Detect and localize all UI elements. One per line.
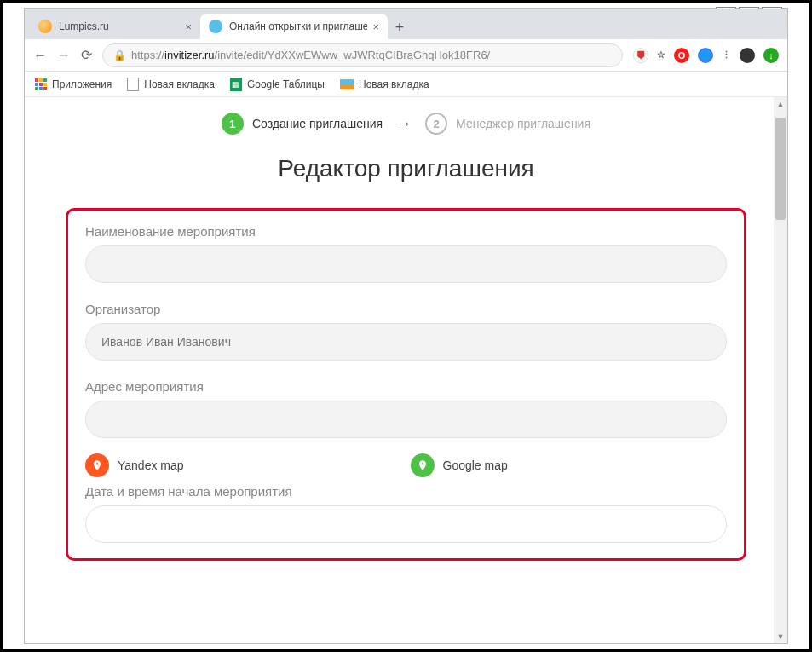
step-1-label: Создание приглашения	[252, 117, 383, 130]
page-content: 1 Создание приглашения → 2 Менеджер приг…	[25, 97, 787, 643]
download-icon[interactable]: ↓	[763, 48, 779, 63]
progress-steps: 1 Создание приглашения → 2 Менеджер приг…	[25, 97, 787, 140]
bookmark-item[interactable]: Новая вкладка	[340, 78, 429, 90]
address-input[interactable]	[85, 401, 727, 438]
menu-icon[interactable]: ⋮	[722, 48, 731, 63]
step-2-label: Менеджер приглашения	[456, 117, 590, 130]
yandex-map-link[interactable]: Yandex map	[85, 453, 402, 477]
adblock-icon[interactable]: ⛊	[633, 48, 648, 63]
tab-title: Lumpics.ru	[59, 20, 180, 32]
reload-button[interactable]: ⟳	[81, 47, 92, 63]
url-host: invitizer.ru	[164, 49, 215, 61]
invitation-form: Наименование мероприятия Организатор Адр…	[66, 208, 746, 561]
tab-strip: Lumpics.ru × Онлайн открытки и приглашен…	[25, 9, 787, 39]
scroll-down-arrow-icon[interactable]: ▼	[774, 630, 787, 643]
event-name-label: Наименование мероприятия	[85, 224, 727, 239]
scroll-up-arrow-icon[interactable]: ▲	[774, 97, 787, 111]
address-bar[interactable]: 🔒 https://invitizer.ru/invite/edit/YdXXw…	[102, 43, 623, 67]
tab-lumpics[interactable]: Lumpics.ru ×	[30, 14, 200, 39]
back-button[interactable]: ←	[33, 48, 47, 63]
pin-icon	[411, 453, 435, 477]
arrow-right-icon: →	[396, 115, 412, 133]
scrollbar-thumb[interactable]	[775, 118, 786, 220]
favicon-icon	[38, 20, 52, 33]
bookmark-label: Новая вкладка	[144, 78, 215, 90]
google-map-label: Google map	[443, 459, 508, 472]
apps-icon	[35, 78, 47, 90]
apps-label: Приложения	[52, 78, 112, 90]
forward-button[interactable]: →	[57, 48, 71, 63]
bookmark-item[interactable]: Новая вкладка	[127, 78, 215, 91]
address-label: Адрес мероприятия	[85, 379, 727, 394]
organizer-input[interactable]	[85, 323, 727, 361]
vertical-scrollbar[interactable]: ▲ ▼	[774, 97, 787, 643]
url-scheme: https://	[131, 49, 164, 61]
organizer-label: Организатор	[85, 302, 727, 316]
apps-shortcut[interactable]: Приложения	[35, 78, 112, 90]
globe-icon[interactable]: 🌐	[698, 48, 713, 63]
image-icon	[340, 79, 354, 89]
pin-icon	[85, 453, 109, 477]
bookmark-item[interactable]: ▦ Google Таблицы	[230, 78, 325, 91]
event-name-input[interactable]	[85, 245, 727, 283]
page-icon	[127, 78, 139, 91]
step-2-circle: 2	[425, 113, 447, 135]
map-links-row: Yandex map Google map	[85, 453, 727, 477]
datetime-label: Дата и время начала мероприятия	[85, 484, 727, 499]
datetime-input[interactable]	[85, 505, 727, 543]
opera-icon[interactable]: O	[674, 48, 689, 63]
avatar-icon[interactable]	[740, 48, 755, 63]
bookmark-label: Новая вкладка	[359, 78, 429, 90]
google-map-link[interactable]: Google map	[411, 453, 728, 477]
bookmarks-bar: Приложения Новая вкладка ▦ Google Таблиц…	[25, 72, 787, 97]
bookmark-label: Google Таблицы	[247, 78, 325, 90]
yandex-map-label: Yandex map	[118, 459, 184, 472]
new-tab-button[interactable]: +	[388, 15, 412, 39]
toolbar: ← → ⟳ 🔒 https://invitizer.ru/invite/edit…	[25, 39, 787, 72]
extension-icons: ⛊ ☆ O 🌐 ⋮ ↓	[633, 48, 779, 63]
page-title: Редактор приглашения	[25, 155, 787, 182]
favicon-icon	[209, 20, 222, 33]
lock-icon: 🔒	[113, 49, 126, 61]
url-path: /invite/edit/YdXXwEWww_wJWRtqCIBraGhqHok…	[215, 49, 491, 61]
tab-invitizer[interactable]: Онлайн открытки и приглашен ×	[200, 14, 388, 39]
sheets-icon: ▦	[230, 78, 242, 91]
star-icon[interactable]: ☆	[657, 48, 665, 63]
tab-title: Онлайн открытки и приглашен	[229, 20, 367, 32]
close-tab-icon[interactable]: ×	[185, 20, 192, 33]
close-tab-icon[interactable]: ×	[372, 20, 379, 33]
step-1-circle: 1	[222, 113, 244, 135]
